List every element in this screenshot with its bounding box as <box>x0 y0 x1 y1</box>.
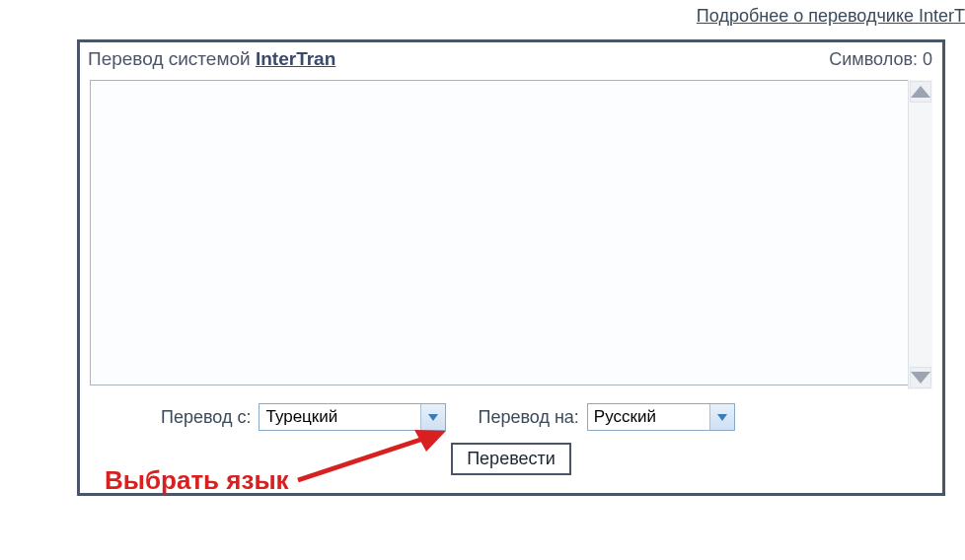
header-title: Перевод системой InterTran <box>88 48 335 70</box>
widget-header: Перевод системой InterTran Символов: 0 <box>80 42 942 80</box>
translate-button[interactable]: Перевести <box>451 443 571 475</box>
textarea-wrapper <box>90 80 932 389</box>
translate-from-label: Перевод с: <box>161 407 251 428</box>
header-prefix: Перевод системой <box>88 48 256 69</box>
source-language-select[interactable]: Турецкий <box>259 403 446 431</box>
translator-widget: Перевод системой InterTran Символов: 0 П… <box>77 39 945 496</box>
scrollbar[interactable] <box>908 80 932 389</box>
about-translator-link[interactable]: Подробнее о переводчике InterT <box>697 6 965 27</box>
chevron-down-icon <box>420 404 445 430</box>
source-text-input[interactable] <box>90 80 932 385</box>
char-counter-label: Символов: <box>829 49 923 69</box>
chevron-down-icon <box>709 404 734 430</box>
language-controls: Перевод с: Турецкий Перевод на: Русский <box>80 399 942 437</box>
source-language-value: Турецкий <box>265 407 337 427</box>
char-counter-value: 0 <box>923 49 932 69</box>
char-counter: Символов: 0 <box>829 49 932 70</box>
scroll-up-icon[interactable] <box>910 81 931 103</box>
system-link[interactable]: InterTran <box>256 48 335 69</box>
annotation-text: Выбрать язык <box>105 465 289 496</box>
target-language-value: Русский <box>594 407 656 427</box>
scroll-down-icon[interactable] <box>910 367 931 388</box>
target-language-select[interactable]: Русский <box>587 403 735 431</box>
translate-to-label: Перевод на: <box>478 407 578 428</box>
